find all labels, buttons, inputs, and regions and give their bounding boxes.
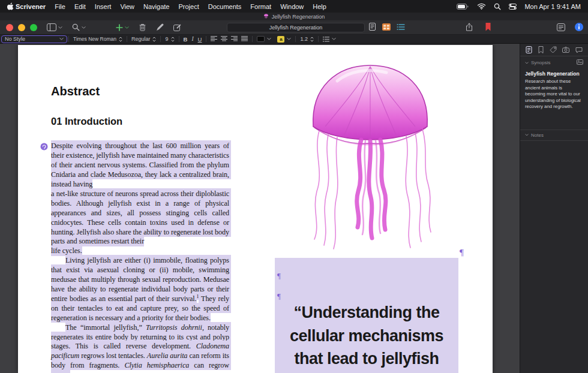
pen-button[interactable] [156, 23, 164, 31]
paragraph[interactable]: The “immortal jellyfish,” Turritopsis do… [51, 323, 229, 373]
editor-area[interactable]: Abstract 01 Introduction Despite evolvin… [0, 44, 520, 373]
body-text[interactable]: Despite evolving throughout the last 600… [51, 142, 229, 373]
comments-tab-icon[interactable] [575, 47, 583, 53]
notes-section-label: Notes [531, 133, 544, 138]
menu-bar: ScrivenerFileEditInsertViewNavigateProje… [0, 0, 588, 13]
menu-item-window[interactable]: Window [280, 3, 304, 10]
menu-items: ScrivenerFileEditInsertViewNavigateProje… [16, 3, 326, 10]
pilcrow-mark: ¶ [277, 271, 281, 281]
document-proxy-icon [263, 13, 269, 20]
paragraph[interactable]: Living jellyfish are either (i) immobile… [51, 256, 229, 323]
format-bar: No Style Times New Roman Regular 9 B I U… [0, 35, 588, 44]
divider [127, 36, 127, 42]
inspector-tabs [520, 44, 588, 56]
synopsis-section-header[interactable]: Synopsis [520, 56, 588, 68]
close-window-button[interactable] [6, 24, 13, 31]
synopsis-text[interactable]: Research about these ancient animals is … [520, 78, 588, 114]
menu-clock[interactable]: Mon Apr 1 9:41 AM [524, 3, 581, 10]
highlight-color-swatch: a [277, 36, 284, 43]
font-value: Times New Roman [73, 36, 116, 42]
comment-anchor-icon[interactable] [40, 142, 48, 153]
document-page[interactable]: Abstract 01 Introduction Despite evolvin… [18, 45, 493, 373]
align-center-button[interactable] [221, 36, 227, 43]
pilcrow-mark: ¶ [460, 248, 464, 258]
line-spacing-select[interactable]: 1.2 [297, 35, 317, 43]
bookmarks-tab-icon[interactable] [538, 46, 544, 53]
pull-quote-block[interactable]: ¶ ¶ “Understanding the cellular mechanis… [275, 258, 458, 373]
heading-introduction[interactable]: 01 Introduction [51, 116, 122, 127]
list-style-select[interactable] [320, 35, 339, 43]
menu-item-navigate[interactable]: Navigate [143, 3, 169, 10]
font-size-select[interactable]: 9 [162, 35, 177, 43]
notes-tab-icon[interactable] [526, 46, 532, 53]
synopsis-title[interactable]: Jellyfish Regeneration [520, 68, 588, 78]
pilcrow-mark: ¶ [277, 291, 281, 301]
text-color-button[interactable] [254, 35, 274, 43]
menu-item-project[interactable]: Project [178, 3, 199, 10]
text-run: Turritopsis dohrnii [146, 322, 202, 332]
paragraph-style-select[interactable]: No Style [1, 35, 67, 43]
underline-button[interactable]: U [198, 36, 202, 43]
menu-item-scrivener[interactable]: Scrivener [16, 3, 46, 10]
trash-button[interactable] [139, 23, 146, 31]
menu-item-insert[interactable]: Insert [95, 3, 112, 10]
wifi-icon[interactable] [477, 3, 486, 10]
inspector-info-button[interactable] [575, 23, 583, 31]
zoom-window-button[interactable] [30, 24, 37, 31]
paragraph[interactable]: Despite evolving throughout the last 600… [51, 142, 229, 256]
text-run: regrows lost tentacles. [79, 350, 147, 360]
spacing-value: 1.2 [300, 36, 308, 42]
battery-icon[interactable] [457, 4, 469, 10]
share-button[interactable] [466, 23, 473, 31]
outline-view-button[interactable] [397, 23, 405, 31]
align-right-button[interactable] [231, 36, 238, 43]
text-run: Despite evolving throughout the last 600… [51, 140, 231, 255]
heading-abstract[interactable]: Abstract [51, 85, 100, 98]
minimize-window-button[interactable] [18, 24, 25, 31]
notes-section-header[interactable]: Notes [520, 130, 588, 141]
add-item-button[interactable] [116, 24, 129, 31]
apple-menu-icon[interactable] [7, 2, 14, 11]
menu-item-file[interactable]: File [55, 3, 65, 10]
synopsis-image-icon[interactable] [577, 59, 583, 66]
document-view-button[interactable] [368, 23, 376, 31]
menu-item-documents[interactable]: Documents [208, 3, 242, 10]
quick-reference-button[interactable] [557, 23, 565, 31]
bookmark-button[interactable] [485, 23, 491, 31]
search-button[interactable] [72, 23, 86, 31]
align-left-button[interactable] [211, 36, 217, 43]
spotlight-search-icon[interactable] [494, 3, 501, 10]
menu-item-view[interactable]: View [120, 3, 134, 10]
font-family-select[interactable]: Times New Roman [70, 35, 125, 43]
menu-item-format[interactable]: Format [250, 3, 271, 10]
highlight-color-button[interactable]: a [274, 35, 294, 43]
font-weight-select[interactable]: Regular [128, 35, 160, 43]
metadata-tag-tab-icon[interactable] [550, 46, 557, 53]
divider [206, 36, 206, 42]
control-center-icon[interactable] [509, 4, 517, 10]
menu-item-edit[interactable]: Edit [74, 3, 86, 10]
bold-button[interactable]: B [184, 36, 188, 43]
content-area: Abstract 01 Introduction Despite evolvin… [0, 44, 588, 373]
size-value: 9 [165, 36, 168, 42]
style-value: No Style [5, 36, 25, 42]
document-title-field[interactable]: Jellyfish Regeneration [227, 23, 365, 32]
toggle-binder-button[interactable] [47, 23, 62, 31]
compose-button[interactable] [173, 23, 181, 31]
pull-quote-text[interactable]: “Understanding the cellular mechanisms t… [275, 301, 458, 371]
italic-button[interactable]: I [191, 36, 193, 42]
menu-item-help[interactable]: Help [313, 3, 326, 10]
text-run: The “immortal jellyfish,” [65, 322, 146, 332]
snapshots-camera-tab-icon[interactable] [562, 47, 569, 53]
text-run: Aurelia aurita [147, 350, 188, 360]
jellyfish-illustration[interactable] [271, 56, 469, 265]
divider [68, 36, 69, 42]
weight-value: Regular [131, 36, 151, 42]
window-title-bar: Jellyfish Regeneration [0, 13, 588, 20]
corkboard-view-button[interactable] [382, 23, 391, 31]
inspector-panel: Synopsis Jellyfish Regeneration Research… [520, 44, 588, 373]
divider [160, 36, 161, 42]
divider [252, 36, 253, 42]
chevron-down-icon [525, 62, 529, 64]
align-justify-button[interactable] [241, 36, 248, 43]
